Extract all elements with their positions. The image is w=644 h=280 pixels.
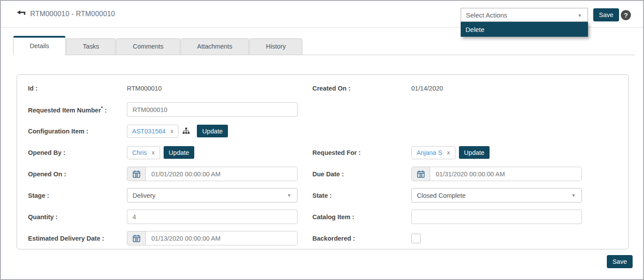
form-row: Requested Item Number* : (28, 102, 628, 117)
backordered-label: Backordered : (312, 235, 411, 242)
quantity-input[interactable] (127, 210, 298, 224)
due-date-label: Due Date : (312, 171, 411, 178)
form-row: Opened On : Due Da (28, 167, 628, 181)
chevron-down-icon: ▼ (571, 193, 576, 198)
tab-details[interactable]: Details (13, 36, 66, 55)
estimated-delivery-date-label: Estimated Delivery Date : (28, 235, 127, 242)
configuration-item-label: Configuration Item : (28, 128, 127, 135)
page-title: RTM000010 - RTM000010 (30, 10, 115, 18)
opened-by-chip[interactable]: Chris x (127, 146, 160, 159)
chip-remove-icon[interactable]: x (447, 149, 450, 156)
tab-bar: Details Tasks Comments Attachments Histo… (13, 35, 635, 55)
stage-select[interactable]: Delivery ▼ (127, 188, 298, 203)
header-bar: RTM000010 - RTM000010 Select Actions ▼ D… (1, 1, 643, 28)
tab-attachments[interactable]: Attachments (181, 38, 249, 55)
opened-by-label: Opened By : (28, 149, 127, 156)
opened-on-datepicker (127, 167, 298, 181)
created-on-label: Created On : (312, 85, 411, 92)
details-form: Id : RTM000010 Created On : 01/14/2020 R… (17, 74, 629, 249)
opened-by-update-button[interactable]: Update (164, 146, 195, 159)
form-row: Id : RTM000010 Created On : 01/14/2020 (28, 81, 628, 95)
state-label: State : (312, 192, 411, 199)
calendar-icon[interactable] (127, 167, 146, 181)
tab-tasks[interactable]: Tasks (66, 38, 116, 55)
catalog-item-label: Catalog Item : (312, 214, 411, 220)
estimated-delivery-date-input[interactable] (146, 231, 297, 245)
select-actions-dropdown[interactable]: Select Actions ▼ (461, 8, 588, 22)
configuration-item-update-button[interactable]: Update (197, 125, 228, 137)
due-date-datepicker (411, 167, 582, 181)
chip-remove-icon[interactable]: x (171, 128, 174, 134)
configuration-item-chip[interactable]: AST031564 x (127, 125, 178, 138)
footer-bar: Save (1, 249, 643, 268)
help-icon[interactable]: ? (621, 10, 631, 20)
created-on-value: 01/14/2020 (411, 85, 443, 92)
id-value: RTM000010 (127, 85, 162, 92)
estimated-delivery-datepicker (127, 231, 298, 245)
form-row: Configuration Item : AST031564 x Update (28, 124, 628, 138)
requested-for-chip[interactable]: Anjana S x (411, 146, 455, 159)
form-row: Opened By : Chris x Update Requested For… (28, 145, 628, 160)
app-window: RTM000010 - RTM000010 Select Actions ▼ D… (0, 0, 644, 280)
save-button-top[interactable]: Save (593, 8, 619, 21)
requested-for-update-button[interactable]: Update (459, 146, 490, 159)
form-row: Estimated Delivery Date : (28, 231, 628, 245)
actions-menu-item-delete[interactable]: Delete (461, 22, 588, 37)
requested-item-number-label: Requested Item Number* : (28, 105, 127, 114)
calendar-icon[interactable] (412, 167, 430, 181)
chip-remove-icon[interactable]: x (152, 149, 155, 156)
chevron-down-icon: ▼ (578, 13, 582, 18)
opened-on-input[interactable] (146, 167, 297, 181)
quantity-label: Quantity : (28, 214, 127, 220)
opened-on-label: Opened On : (28, 171, 127, 178)
calendar-icon[interactable] (127, 231, 146, 245)
chevron-down-icon: ▼ (287, 193, 291, 198)
save-button-bottom[interactable]: Save (607, 255, 633, 268)
required-asterisk: * (101, 105, 103, 111)
form-row: Quantity : Catalog Item : (28, 210, 628, 224)
back-icon[interactable] (17, 9, 26, 19)
select-actions-label: Select Actions (466, 11, 507, 19)
requested-item-number-input[interactable] (127, 102, 298, 117)
requested-for-label: Requested For : (312, 149, 411, 156)
due-date-input[interactable] (430, 167, 581, 181)
backordered-checkbox[interactable] (411, 234, 421, 243)
tab-comments[interactable]: Comments (116, 38, 180, 55)
form-row: Stage : Delivery ▼ State : Closed Comple… (28, 188, 628, 203)
catalog-item-input[interactable] (411, 210, 582, 224)
id-label: Id : (28, 85, 127, 92)
tab-history[interactable]: History (249, 38, 302, 55)
stage-label: Stage : (28, 192, 127, 199)
state-select[interactable]: Closed Complete ▼ (411, 188, 582, 203)
hierarchy-icon[interactable] (182, 127, 190, 135)
